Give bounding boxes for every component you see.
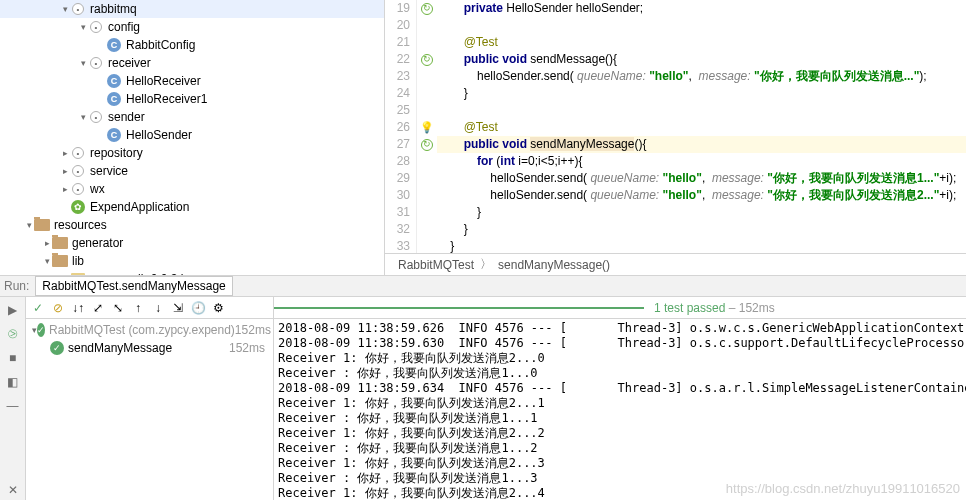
settings-icon[interactable]: ⚙ [210, 300, 226, 316]
project-tree[interactable]: ▾rabbitmq▾configCRabbitConfig▾receiverCH… [0, 0, 385, 275]
tree-item[interactable]: ▸repository [0, 144, 384, 162]
layout-button[interactable]: ◧ [4, 373, 22, 391]
tree-item[interactable]: ▸generator [0, 234, 384, 252]
package-icon [70, 145, 86, 161]
tree-label: HelloSender [126, 128, 192, 142]
tree-item[interactable]: CHelloReceiver [0, 72, 384, 90]
code-content[interactable]: private HelloSender helloSender; @Test p… [437, 0, 966, 253]
watermark: https://blog.csdn.net/zhuyu19911016520 [726, 481, 960, 496]
prev-icon[interactable]: ↑ [130, 300, 146, 316]
tree-label: receiver [108, 56, 151, 70]
class-icon: C [106, 91, 122, 107]
tree-label: service [90, 164, 128, 178]
history-icon[interactable]: 🕘 [190, 300, 206, 316]
ok-icon [37, 323, 45, 337]
chevron-icon[interactable]: ▾ [78, 22, 88, 32]
chevron-icon[interactable]: ▾ [78, 58, 88, 68]
run-config-tab[interactable]: RabbitMQTest.sendManyMessage [35, 276, 232, 296]
chevron-icon[interactable]: ▸ [42, 238, 52, 248]
folder-icon [52, 235, 68, 251]
tree-item[interactable]: CRabbitConfig [0, 36, 384, 54]
gutter-run-icon[interactable] [417, 51, 437, 68]
package-icon [70, 1, 86, 17]
tree-item[interactable]: ▾receiver [0, 54, 384, 72]
ok-icon [50, 341, 64, 355]
expand-icon[interactable]: ⤢ [90, 300, 106, 316]
run-toolwindow-tabs: Run: RabbitMQTest.sendManyMessage [0, 275, 966, 297]
close-button[interactable]: ✕ [4, 481, 22, 499]
tree-label: config [108, 20, 140, 34]
package-icon [88, 19, 104, 35]
gutter-marks[interactable]: 💡 [417, 0, 437, 253]
tree-label: sender [108, 110, 145, 124]
tree-label: ExpendApplication [90, 200, 189, 214]
gutter-run-icon[interactable] [417, 136, 437, 153]
test-root[interactable]: ▾ RabbitMQTest (com.zypcy.expend) 152ms [28, 321, 271, 339]
chevron-icon[interactable]: ▾ [42, 256, 52, 266]
breadcrumb-item[interactable]: sendManyMessage() [498, 258, 610, 272]
show-ignored-icon[interactable]: ⊘ [50, 300, 66, 316]
progress-bar [274, 307, 644, 309]
tree-label: repository [90, 146, 143, 160]
package-icon [70, 163, 86, 179]
class-icon: C [106, 73, 122, 89]
test-tree-panel: ✓ ⊘ ↓↑ ⤢ ⤡ ↑ ↓ ⇲ 🕘 ⚙ ▾ RabbitMQTest (com… [26, 297, 274, 500]
package-icon [88, 109, 104, 125]
breadcrumb-item[interactable]: RabbitMQTest [398, 258, 474, 272]
tree-item[interactable]: ▸wx [0, 180, 384, 198]
debug-button[interactable]: ⧁ [4, 325, 22, 343]
tree-item[interactable]: ExpendApplication [0, 198, 384, 216]
tree-label: RabbitConfig [126, 38, 195, 52]
export-icon[interactable]: ⇲ [170, 300, 186, 316]
class-icon: C [106, 37, 122, 53]
tree-item[interactable]: ▸service [0, 162, 384, 180]
folder-icon [52, 253, 68, 269]
run-button[interactable]: ▶ [4, 301, 22, 319]
tree-item[interactable]: ▾lib [0, 252, 384, 270]
tree-item[interactable]: CHelloSender [0, 126, 384, 144]
spring-icon [70, 199, 86, 215]
gutter[interactable]: 192021222324252627282930313233 [385, 0, 417, 253]
tree-label: wx [90, 182, 105, 196]
package-icon [70, 181, 86, 197]
breadcrumb[interactable]: RabbitMQTest 〉 sendManyMessage() [385, 253, 966, 275]
stop-button[interactable]: ■ [4, 349, 22, 367]
collapse-icon[interactable]: ⤡ [110, 300, 126, 316]
console-output[interactable]: 2018-08-09 11:38:59.626 INFO 4576 --- [ … [274, 319, 966, 500]
tree-item[interactable]: ▾sender [0, 108, 384, 126]
show-passed-icon[interactable]: ✓ [30, 300, 46, 316]
gutter-run-icon[interactable] [417, 0, 437, 17]
chevron-icon[interactable]: ▾ [24, 220, 34, 230]
tree-item[interactable]: ▾resources [0, 216, 384, 234]
chevron-icon[interactable]: ▸ [60, 148, 70, 158]
run-label: Run: [4, 279, 29, 293]
tree-label: lib [72, 254, 84, 268]
editor: 192021222324252627282930313233 💡 private… [385, 0, 966, 275]
test-run-toolbar: ▶ ⧁ ■ ◧ — ✕ [0, 297, 26, 500]
chevron-icon[interactable]: ▸ [60, 184, 70, 194]
tree-item[interactable]: ▾rabbitmq [0, 0, 384, 18]
tree-item[interactable]: CHelloReceiver1 [0, 90, 384, 108]
chevron-icon[interactable]: ▾ [78, 112, 88, 122]
jar-icon [70, 271, 86, 275]
package-icon [88, 55, 104, 71]
console-panel: 1 test passed – 152ms 2018-08-09 11:38:5… [274, 297, 966, 500]
sort-icon[interactable]: ↓↑ [70, 300, 86, 316]
tree-item[interactable]: wxpay-sdk-0.0.3.jar [0, 270, 384, 275]
test-filter-toolbar: ✓ ⊘ ↓↑ ⤢ ⤡ ↑ ↓ ⇲ 🕘 ⚙ [26, 297, 273, 319]
tree-item[interactable]: ▾config [0, 18, 384, 36]
tree-label: generator [72, 236, 123, 250]
tree-label: HelloReceiver [126, 74, 201, 88]
tree-label: wxpay-sdk-0.0.3.jar [90, 272, 194, 275]
test-status-bar: 1 test passed – 152ms [274, 297, 966, 319]
chevron-icon[interactable]: ▾ [60, 4, 70, 14]
intention-bulb-icon[interactable]: 💡 [417, 119, 437, 136]
test-item[interactable]: sendManyMessage 152ms [28, 339, 271, 357]
tree-label: rabbitmq [90, 2, 137, 16]
chevron-right-icon: 〉 [480, 256, 492, 273]
tree-label: HelloReceiver1 [126, 92, 207, 106]
next-icon[interactable]: ↓ [150, 300, 166, 316]
chevron-icon[interactable]: ▸ [60, 166, 70, 176]
folder-icon [34, 217, 50, 233]
pin-button[interactable]: — [4, 397, 22, 415]
